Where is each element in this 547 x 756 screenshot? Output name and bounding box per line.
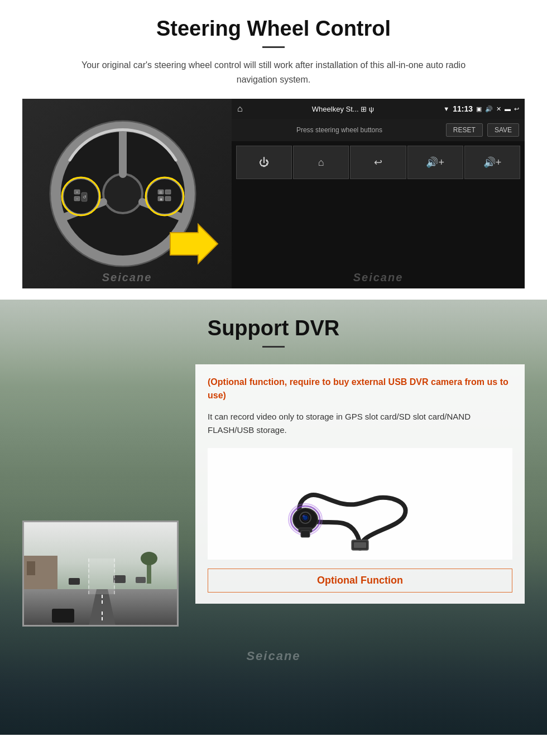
screen-icon: ▬: [505, 105, 511, 112]
dvr-camera-illustration: [287, 454, 433, 554]
android-topbar: ⌂ Wheelkey St... ⊞ ψ ▼ 11:13 ▣ 🔊 ✕ ▬ ↩: [232, 99, 525, 119]
android-ui: ⌂ Wheelkey St... ⊞ ψ ▼ 11:13 ▣ 🔊 ✕ ▬ ↩ P…: [232, 99, 525, 288]
svg-rect-30: [136, 577, 146, 583]
app-name: Wheelkey St... ⊞ ψ: [247, 105, 439, 113]
svg-text:◉: ◉: [160, 198, 162, 201]
home-icon: ⌂: [237, 104, 243, 114]
svg-text:−: −: [76, 197, 78, 201]
svg-point-13: [147, 179, 183, 214]
dvr-title: Support DVR: [22, 316, 525, 340]
power-ctrl[interactable]: ⏻: [236, 146, 292, 179]
android-buttons-row: Press steering wheel buttons RESET SAVE: [232, 119, 525, 141]
dvr-left-panel: [22, 364, 184, 627]
dashcam-view-svg: [24, 522, 179, 627]
dvr-info-box: (Optional function, require to buy exter…: [195, 364, 525, 604]
svg-point-44: [303, 516, 308, 520]
android-bottom-bar: [232, 184, 525, 267]
volume-icon: 🔊: [485, 105, 493, 113]
reset-button[interactable]: RESET: [446, 123, 483, 137]
dvr-optional-text: (Optional function, require to buy exter…: [208, 375, 512, 402]
dvr-dashcam-preview: [22, 521, 179, 627]
dvr-description: It can record video only to storage in G…: [208, 410, 512, 437]
svg-rect-29: [113, 575, 126, 583]
svg-rect-37: [354, 542, 366, 548]
save-button[interactable]: SAVE: [487, 123, 519, 137]
svg-point-6: [63, 179, 99, 214]
controls-grid: ⏻ ⌂ ↩ 🔊+ 🔊+: [232, 141, 525, 184]
dvr-divider: [262, 346, 285, 348]
vol-down-ctrl[interactable]: 🔊+: [464, 146, 520, 179]
svg-point-34: [141, 552, 157, 565]
dvr-camera-container: [208, 448, 512, 560]
dvr-content: Support DVR: [0, 300, 547, 643]
svg-rect-32: [27, 561, 35, 575]
svg-marker-22: [170, 224, 218, 263]
time: 11:13: [453, 104, 473, 113]
optional-function-label: Optional Function: [317, 575, 403, 586]
dvr-section: Support DVR: [0, 300, 547, 735]
svg-rect-28: [69, 578, 80, 585]
steering-title: Steering Wheel Control: [22, 17, 525, 41]
svg-rect-19: [165, 196, 171, 201]
seicane-watermark-right: Seicane: [232, 267, 525, 288]
back-ctrl[interactable]: ↩: [350, 146, 406, 179]
press-label: Press steering wheel buttons: [237, 126, 442, 134]
svg-rect-18: [165, 190, 171, 194]
vol-up-ctrl[interactable]: 🔊+: [407, 146, 463, 179]
seicane-watermark-left: Seicane: [102, 271, 152, 284]
svg-point-2: [103, 174, 142, 213]
home-ctrl[interactable]: ⌂: [293, 146, 349, 179]
steering-title-divider: [262, 46, 285, 48]
close-icon: ✕: [496, 105, 501, 113]
svg-text:+: +: [76, 190, 78, 194]
optional-function-box: Optional Function: [208, 569, 512, 593]
steering-subtitle: Your original car's steering wheel contr…: [78, 58, 469, 86]
camera-icon: ▣: [476, 105, 482, 113]
svg-rect-35: [52, 609, 74, 623]
dvr-main-area: (Optional function, require to buy exter…: [22, 364, 525, 627]
steering-image-container: + − ↺ ⊞ ◉ Seicane: [22, 99, 525, 288]
steering-wheel-photo: + − ↺ ⊞ ◉ Seicane: [22, 99, 232, 288]
status-icons: ▼ 11:13 ▣ 🔊 ✕ ▬ ↩: [443, 104, 519, 113]
svg-rect-46: [301, 531, 310, 537]
yellow-arrow: [165, 221, 220, 266]
wifi-icon: ▼: [443, 105, 449, 112]
back-icon: ↩: [514, 105, 519, 113]
steering-section: Steering Wheel Control Your original car…: [0, 0, 547, 300]
svg-text:⊞: ⊞: [159, 190, 162, 194]
svg-text:↺: ↺: [83, 195, 87, 200]
seicane-watermark-bottom: Seicane: [0, 643, 547, 669]
